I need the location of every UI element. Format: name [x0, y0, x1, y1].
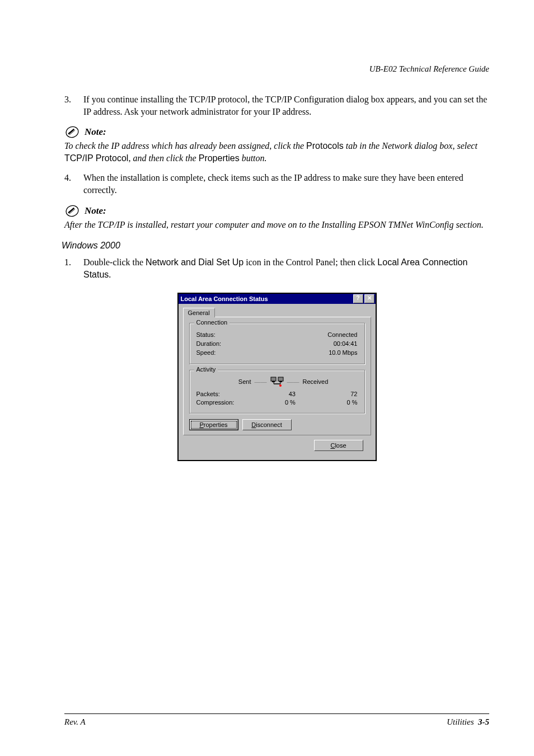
footer: Rev. A Utilities 3-5	[64, 713, 489, 727]
list-item-1b: 1. Double-click the Network and Dial Set…	[64, 256, 489, 280]
note-sans: TCP/IP Protocol	[64, 153, 128, 163]
compression-label: Compression:	[196, 399, 251, 406]
footer-section: Utilities	[447, 717, 474, 726]
note-text: button.	[240, 153, 267, 163]
list-number: 4.	[64, 172, 83, 196]
close-icon[interactable]: ✕	[364, 294, 374, 303]
doc-header: UB-E02 Technical Reference Guide	[64, 64, 489, 74]
note-icon	[64, 125, 80, 139]
help-button[interactable]: ?	[353, 294, 363, 303]
properties-button[interactable]: Properties	[189, 419, 238, 430]
compression-sent: 0 %	[250, 399, 312, 406]
note-body-1: To check the IP address which has alread…	[64, 140, 489, 164]
sent-label: Sent	[196, 378, 251, 385]
packets-label: Packets:	[196, 391, 251, 397]
section-heading: Windows 2000	[62, 241, 489, 251]
tab-panel: Connection Status: Connected Duration: 0…	[183, 317, 371, 435]
dash: ——	[284, 378, 303, 385]
note-text: , and then click the	[128, 153, 198, 163]
svg-rect-6	[271, 377, 276, 381]
note-icon	[64, 204, 80, 218]
footer-right: Utilities 3-5	[447, 717, 489, 727]
duration-label: Duration:	[196, 340, 222, 347]
titlebar: Local Area Connection Status ? ✕	[179, 294, 376, 304]
note-text: To check the IP address which has alread…	[64, 141, 306, 151]
note-text: tab in the Network dialog box, select	[344, 141, 477, 151]
svg-rect-7	[278, 377, 283, 381]
group-activity: Activity Sent ——	[189, 370, 365, 414]
speed-label: Speed:	[196, 349, 216, 356]
tab-general[interactable]: General	[183, 308, 215, 317]
close-button[interactable]: Close	[314, 440, 363, 451]
svg-point-0	[64, 125, 79, 139]
dash: ——	[251, 378, 270, 385]
note-sans: Properties	[199, 153, 240, 163]
list-item-3: 3. If you continue installing the TCP/IP…	[64, 93, 489, 118]
dialog-title: Local Area Connection Status	[181, 295, 268, 302]
group-legend: Connection	[194, 319, 230, 326]
status-label: Status:	[196, 331, 216, 338]
note-label: Note:	[85, 205, 106, 217]
list-number: 1.	[64, 256, 83, 280]
list-number: 3.	[64, 93, 83, 118]
packets-sent: 43	[250, 391, 312, 397]
network-icon	[270, 376, 284, 387]
text: Double-click the	[83, 257, 146, 267]
received-label: Received	[303, 378, 358, 385]
text: icon in the Control Panel; then click	[243, 257, 377, 267]
speed-value: 10.0 Mbps	[329, 349, 357, 356]
svg-point-3	[64, 204, 79, 218]
footer-page: 3-5	[478, 717, 489, 726]
svg-rect-9	[279, 381, 282, 382]
dialog: Local Area Connection Status ? ✕ General…	[177, 293, 377, 461]
note-sans: Protocols	[306, 141, 344, 151]
list-text: If you continue installing the TCP/IP pr…	[83, 93, 489, 118]
group-connection: Connection Status: Connected Duration: 0…	[189, 323, 365, 364]
note-body-2: After the TCP/IP is installed, restart y…	[64, 219, 489, 231]
compression-received: 0 %	[312, 399, 358, 406]
note-label: Note:	[85, 126, 106, 138]
text-sans: Network and Dial Set Up	[146, 257, 243, 267]
status-value: Connected	[327, 331, 357, 338]
disconnect-button[interactable]: Disconnect	[242, 419, 292, 430]
svg-point-13	[279, 384, 282, 387]
list-text: When the installation is complete, check…	[83, 172, 489, 196]
text: .	[109, 270, 111, 279]
list-text: Double-click the Network and Dial Set Up…	[83, 256, 489, 280]
svg-rect-8	[272, 381, 275, 382]
packets-received: 72	[312, 391, 358, 397]
footer-rev: Rev. A	[64, 717, 86, 727]
list-item-4: 4. When the installation is complete, ch…	[64, 172, 489, 196]
duration-value: 00:04:41	[334, 340, 358, 347]
group-legend: Activity	[194, 366, 218, 373]
